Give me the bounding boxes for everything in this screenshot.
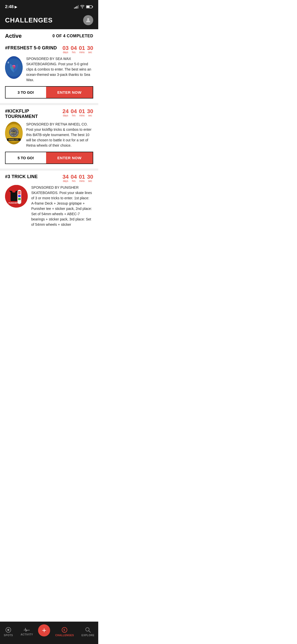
battery-icon xyxy=(86,5,93,9)
enter-now-button-kickflip[interactable]: ENTER NOW xyxy=(46,152,93,164)
status-time: 2:48 ▶ xyxy=(5,4,17,9)
svg-rect-3 xyxy=(87,6,90,8)
signal-icon xyxy=(74,5,79,9)
timer-days-trickline: 34 days xyxy=(62,174,69,182)
challenge-title-row: #FRESHEST 5-0 GRIND 03 days 04 hrs 01 mi… xyxy=(5,45,93,54)
action-row-freshest[interactable]: 3 TO GO! ENTER NOW xyxy=(5,86,93,99)
timer-sec-trickline: 30 sec xyxy=(87,174,93,182)
timer-days-freshest: 03 days xyxy=(62,45,69,54)
challenge-image-trickline: PUN PUNISHER xyxy=(5,185,28,208)
svg-text:S: S xyxy=(8,61,9,64)
svg-rect-25 xyxy=(18,198,21,200)
challenge-image-kickflip: RETNA WHEEL CO. xyxy=(5,122,23,144)
challenge-image-freshest: S xyxy=(5,56,23,79)
clock: 2:48 xyxy=(5,4,14,9)
active-label: Active xyxy=(5,33,22,39)
svg-point-7 xyxy=(14,65,15,66)
active-header: Active 0 OF 4 COMPLETED xyxy=(0,29,98,42)
svg-point-6 xyxy=(13,65,14,66)
timer-group-kickflip: 24 days 04 hrs 01 mins 30 sec xyxy=(62,109,93,117)
svg-text:WHEEL CO.: WHEEL CO. xyxy=(9,139,19,141)
timer-days-kickflip: 24 days xyxy=(62,109,69,117)
challenge-title-row-trickline: #3 TRICK LINE 34 days 04 hrs 01 mins 30 … xyxy=(5,174,93,182)
timer-mins-kickflip: 01 mins xyxy=(79,109,85,117)
action-row-kickflip[interactable]: 5 TO GO! ENTER NOW xyxy=(5,152,93,164)
profile-avatar[interactable] xyxy=(83,15,93,25)
app-header: CHALLENGES xyxy=(0,13,98,29)
svg-point-0 xyxy=(82,8,83,9)
challenge-card-kickflip: #KICKFLIP TOURNAMENT 24 days 04 hrs 01 m… xyxy=(0,105,98,171)
challenge-desc-freshest: SPONSORED BY SEA WAX SKATEBOARDING. Post… xyxy=(26,56,93,83)
timer-group-trickline: 34 days 04 hrs 01 mins 30 sec xyxy=(62,174,93,182)
timer-hrs-kickflip: 04 hrs xyxy=(71,109,77,117)
location-icon: ▶ xyxy=(15,5,17,9)
timer-group-freshest: 03 days 04 hrs 01 mins 30 sec xyxy=(62,45,93,54)
svg-text:PUN: PUN xyxy=(18,192,21,194)
challenge-title-kickflip: #KICKFLIP TOURNAMENT xyxy=(5,109,60,119)
completed-label: 0 OF 4 COMPLETED xyxy=(52,34,93,38)
challenge-body-freshest: S SPONSORED BY SEA WAX SKATEBOARDING. Po… xyxy=(5,56,93,83)
challenge-desc-trickline: SPONSORED BY PUNISHER SKATEBOARDS. Post … xyxy=(31,185,93,227)
timer-sec-kickflip: 30 sec xyxy=(87,109,93,117)
content-scroll: Active 0 OF 4 COMPLETED #FRESHEST 5-0 GR… xyxy=(0,29,98,255)
status-icons xyxy=(74,5,93,9)
svg-text:RETNA: RETNA xyxy=(11,132,16,134)
svg-rect-2 xyxy=(92,6,93,7)
wifi-icon xyxy=(80,5,85,9)
enter-now-button-freshest[interactable]: ENTER NOW xyxy=(46,87,93,98)
timer-mins-freshest: 01 mins xyxy=(79,45,85,54)
svg-rect-24 xyxy=(18,195,21,197)
status-bar: 2:48 ▶ xyxy=(0,0,98,13)
challenge-body-kickflip: RETNA WHEEL CO. SPONSORED BY RETNA WHEEL… xyxy=(5,122,93,148)
timer-hrs-trickline: 04 hrs xyxy=(71,174,77,182)
to-go-kickflip: 5 TO GO! xyxy=(6,152,46,164)
timer-sec-freshest: 30 sec xyxy=(87,45,93,54)
challenge-title-row-kickflip: #KICKFLIP TOURNAMENT 24 days 04 hrs 01 m… xyxy=(5,109,93,119)
challenge-body-trickline: PUN PUNISHER SPONSORED BY PUNISHER SKATE… xyxy=(5,185,93,227)
svg-text:PUNISHER: PUNISHER xyxy=(9,202,18,204)
challenge-title-trickline: #3 TRICK LINE xyxy=(5,174,60,179)
challenge-desc-kickflip: SPONSORED BY RETNA WHEEL CO. Post your k… xyxy=(26,122,93,148)
page-title: CHALLENGES xyxy=(5,16,53,24)
svg-point-4 xyxy=(87,18,89,20)
timer-mins-trickline: 01 mins xyxy=(79,174,85,182)
to-go-freshest: 3 TO GO! xyxy=(6,87,46,98)
challenge-card-trickline: #3 TRICK LINE 34 days 04 hrs 01 mins 30 … xyxy=(0,171,98,235)
timer-hrs-freshest: 04 hrs xyxy=(71,45,77,54)
challenge-title-freshest: #FRESHEST 5-0 GRIND xyxy=(5,45,60,51)
svg-rect-21 xyxy=(11,192,17,201)
challenge-card-freshest: #FRESHEST 5-0 GRIND 03 days 04 hrs 01 mi… xyxy=(0,42,98,105)
